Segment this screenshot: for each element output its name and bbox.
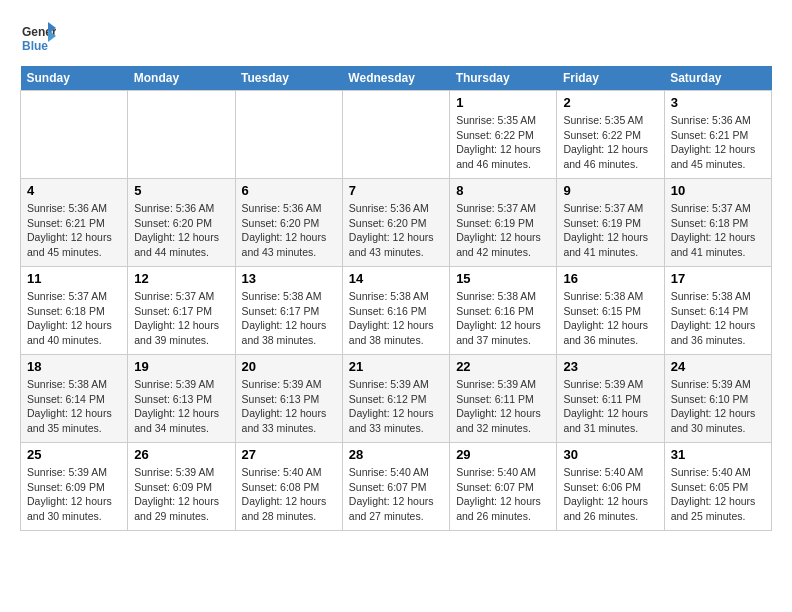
- day-cell: 6Sunrise: 5:36 AMSunset: 6:20 PMDaylight…: [235, 179, 342, 267]
- header-cell-wednesday: Wednesday: [342, 66, 449, 91]
- day-number: 24: [671, 359, 765, 374]
- day-number: 5: [134, 183, 228, 198]
- day-number: 17: [671, 271, 765, 286]
- day-cell: 22Sunrise: 5:39 AMSunset: 6:11 PMDayligh…: [450, 355, 557, 443]
- day-number: 15: [456, 271, 550, 286]
- day-cell: 28Sunrise: 5:40 AMSunset: 6:07 PMDayligh…: [342, 443, 449, 531]
- logo-container: General Blue: [20, 20, 56, 56]
- day-info: Sunrise: 5:38 AMSunset: 6:17 PMDaylight:…: [242, 289, 336, 348]
- day-cell: 24Sunrise: 5:39 AMSunset: 6:10 PMDayligh…: [664, 355, 771, 443]
- day-number: 14: [349, 271, 443, 286]
- day-number: 13: [242, 271, 336, 286]
- day-cell: 25Sunrise: 5:39 AMSunset: 6:09 PMDayligh…: [21, 443, 128, 531]
- week-row-1: 1Sunrise: 5:35 AMSunset: 6:22 PMDaylight…: [21, 91, 772, 179]
- week-row-2: 4Sunrise: 5:36 AMSunset: 6:21 PMDaylight…: [21, 179, 772, 267]
- page-header: General Blue: [20, 20, 772, 56]
- day-cell: 12Sunrise: 5:37 AMSunset: 6:17 PMDayligh…: [128, 267, 235, 355]
- header-cell-sunday: Sunday: [21, 66, 128, 91]
- day-number: 3: [671, 95, 765, 110]
- day-cell: [235, 91, 342, 179]
- day-cell: 1Sunrise: 5:35 AMSunset: 6:22 PMDaylight…: [450, 91, 557, 179]
- day-cell: 26Sunrise: 5:39 AMSunset: 6:09 PMDayligh…: [128, 443, 235, 531]
- logo: General Blue: [20, 20, 56, 56]
- day-info: Sunrise: 5:36 AMSunset: 6:20 PMDaylight:…: [242, 201, 336, 260]
- day-cell: [21, 91, 128, 179]
- day-cell: 30Sunrise: 5:40 AMSunset: 6:06 PMDayligh…: [557, 443, 664, 531]
- day-info: Sunrise: 5:39 AMSunset: 6:10 PMDaylight:…: [671, 377, 765, 436]
- week-row-5: 25Sunrise: 5:39 AMSunset: 6:09 PMDayligh…: [21, 443, 772, 531]
- day-number: 28: [349, 447, 443, 462]
- day-cell: 17Sunrise: 5:38 AMSunset: 6:14 PMDayligh…: [664, 267, 771, 355]
- day-cell: 13Sunrise: 5:38 AMSunset: 6:17 PMDayligh…: [235, 267, 342, 355]
- day-cell: 15Sunrise: 5:38 AMSunset: 6:16 PMDayligh…: [450, 267, 557, 355]
- day-number: 9: [563, 183, 657, 198]
- day-cell: 2Sunrise: 5:35 AMSunset: 6:22 PMDaylight…: [557, 91, 664, 179]
- day-number: 25: [27, 447, 121, 462]
- day-number: 4: [27, 183, 121, 198]
- day-info: Sunrise: 5:39 AMSunset: 6:09 PMDaylight:…: [134, 465, 228, 524]
- day-cell: 8Sunrise: 5:37 AMSunset: 6:19 PMDaylight…: [450, 179, 557, 267]
- day-number: 23: [563, 359, 657, 374]
- day-cell: 19Sunrise: 5:39 AMSunset: 6:13 PMDayligh…: [128, 355, 235, 443]
- day-cell: 21Sunrise: 5:39 AMSunset: 6:12 PMDayligh…: [342, 355, 449, 443]
- day-number: 22: [456, 359, 550, 374]
- day-cell: 31Sunrise: 5:40 AMSunset: 6:05 PMDayligh…: [664, 443, 771, 531]
- day-info: Sunrise: 5:39 AMSunset: 6:11 PMDaylight:…: [563, 377, 657, 436]
- day-number: 18: [27, 359, 121, 374]
- day-cell: 14Sunrise: 5:38 AMSunset: 6:16 PMDayligh…: [342, 267, 449, 355]
- day-info: Sunrise: 5:37 AMSunset: 6:19 PMDaylight:…: [456, 201, 550, 260]
- day-info: Sunrise: 5:40 AMSunset: 6:07 PMDaylight:…: [349, 465, 443, 524]
- day-info: Sunrise: 5:39 AMSunset: 6:11 PMDaylight:…: [456, 377, 550, 436]
- day-number: 30: [563, 447, 657, 462]
- day-cell: 5Sunrise: 5:36 AMSunset: 6:20 PMDaylight…: [128, 179, 235, 267]
- day-info: Sunrise: 5:40 AMSunset: 6:08 PMDaylight:…: [242, 465, 336, 524]
- day-number: 21: [349, 359, 443, 374]
- day-cell: 18Sunrise: 5:38 AMSunset: 6:14 PMDayligh…: [21, 355, 128, 443]
- day-number: 20: [242, 359, 336, 374]
- day-info: Sunrise: 5:36 AMSunset: 6:21 PMDaylight:…: [27, 201, 121, 260]
- day-info: Sunrise: 5:37 AMSunset: 6:18 PMDaylight:…: [671, 201, 765, 260]
- day-info: Sunrise: 5:38 AMSunset: 6:16 PMDaylight:…: [456, 289, 550, 348]
- header-cell-tuesday: Tuesday: [235, 66, 342, 91]
- day-number: 8: [456, 183, 550, 198]
- calendar-header: SundayMondayTuesdayWednesdayThursdayFrid…: [21, 66, 772, 91]
- day-info: Sunrise: 5:38 AMSunset: 6:14 PMDaylight:…: [27, 377, 121, 436]
- header-cell-thursday: Thursday: [450, 66, 557, 91]
- day-info: Sunrise: 5:36 AMSunset: 6:20 PMDaylight:…: [134, 201, 228, 260]
- day-number: 6: [242, 183, 336, 198]
- header-cell-monday: Monday: [128, 66, 235, 91]
- day-info: Sunrise: 5:35 AMSunset: 6:22 PMDaylight:…: [456, 113, 550, 172]
- day-cell: 29Sunrise: 5:40 AMSunset: 6:07 PMDayligh…: [450, 443, 557, 531]
- day-number: 10: [671, 183, 765, 198]
- day-number: 29: [456, 447, 550, 462]
- day-number: 7: [349, 183, 443, 198]
- day-cell: 4Sunrise: 5:36 AMSunset: 6:21 PMDaylight…: [21, 179, 128, 267]
- day-cell: 23Sunrise: 5:39 AMSunset: 6:11 PMDayligh…: [557, 355, 664, 443]
- day-cell: [342, 91, 449, 179]
- day-number: 26: [134, 447, 228, 462]
- day-info: Sunrise: 5:39 AMSunset: 6:09 PMDaylight:…: [27, 465, 121, 524]
- day-info: Sunrise: 5:38 AMSunset: 6:14 PMDaylight:…: [671, 289, 765, 348]
- header-cell-saturday: Saturday: [664, 66, 771, 91]
- day-info: Sunrise: 5:40 AMSunset: 6:07 PMDaylight:…: [456, 465, 550, 524]
- day-info: Sunrise: 5:38 AMSunset: 6:15 PMDaylight:…: [563, 289, 657, 348]
- day-cell: 3Sunrise: 5:36 AMSunset: 6:21 PMDaylight…: [664, 91, 771, 179]
- day-info: Sunrise: 5:39 AMSunset: 6:13 PMDaylight:…: [134, 377, 228, 436]
- day-cell: 9Sunrise: 5:37 AMSunset: 6:19 PMDaylight…: [557, 179, 664, 267]
- day-number: 16: [563, 271, 657, 286]
- day-cell: 20Sunrise: 5:39 AMSunset: 6:13 PMDayligh…: [235, 355, 342, 443]
- day-info: Sunrise: 5:37 AMSunset: 6:18 PMDaylight:…: [27, 289, 121, 348]
- day-cell: [128, 91, 235, 179]
- day-info: Sunrise: 5:37 AMSunset: 6:17 PMDaylight:…: [134, 289, 228, 348]
- day-info: Sunrise: 5:35 AMSunset: 6:22 PMDaylight:…: [563, 113, 657, 172]
- day-number: 2: [563, 95, 657, 110]
- day-info: Sunrise: 5:38 AMSunset: 6:16 PMDaylight:…: [349, 289, 443, 348]
- day-cell: 11Sunrise: 5:37 AMSunset: 6:18 PMDayligh…: [21, 267, 128, 355]
- day-cell: 7Sunrise: 5:36 AMSunset: 6:20 PMDaylight…: [342, 179, 449, 267]
- calendar-table: SundayMondayTuesdayWednesdayThursdayFrid…: [20, 66, 772, 531]
- day-cell: 10Sunrise: 5:37 AMSunset: 6:18 PMDayligh…: [664, 179, 771, 267]
- day-number: 11: [27, 271, 121, 286]
- day-number: 12: [134, 271, 228, 286]
- day-info: Sunrise: 5:36 AMSunset: 6:20 PMDaylight:…: [349, 201, 443, 260]
- week-row-3: 11Sunrise: 5:37 AMSunset: 6:18 PMDayligh…: [21, 267, 772, 355]
